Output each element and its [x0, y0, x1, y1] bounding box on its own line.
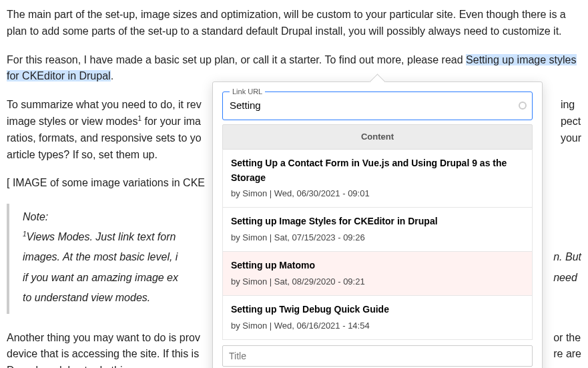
- result-title: Setting up Image Styles for CKEditor in …: [231, 214, 524, 229]
- note-right1: n. But: [553, 251, 581, 262]
- p3-right1: ing: [561, 99, 575, 110]
- p2-text-after: .: [111, 70, 113, 81]
- loading-spinner-icon: [519, 102, 527, 110]
- p4-frag-b: device that is accessing the site. If th…: [7, 348, 199, 359]
- p3-frag-b: image styles or view modes: [7, 116, 138, 127]
- autocomplete-result[interactable]: Setting up Twig Debug Quick Guide by Sim…: [222, 296, 533, 340]
- autocomplete-result[interactable]: Setting Up a Contact Form in Vue.js and …: [222, 150, 533, 208]
- note-line4: to understand view modes.: [23, 292, 150, 303]
- result-title: Setting Up a Contact Form in Vue.js and …: [231, 156, 524, 185]
- link-dialog: Link URL Content Setting Up a Contact Fo…: [212, 81, 543, 368]
- p3-frag-a: To summarize what you need to do, it rev: [7, 99, 202, 110]
- p3-frag-e: article types? If so, set them up.: [7, 149, 158, 160]
- p3-right3: your: [561, 132, 581, 144]
- p4-frag-a: Another thing you may want to do is prov: [7, 332, 200, 343]
- p3-frag-d: ratios, formats, and responsive sets to …: [7, 132, 202, 144]
- result-meta: by Simon | Sat, 08/29/2020 - 09:21: [231, 275, 524, 289]
- p4-right2: re are: [553, 348, 581, 359]
- paragraph-2: For this reason, I have made a basic set…: [7, 52, 581, 85]
- p3-right2: pect: [561, 116, 581, 127]
- note-line3: if you want an amazing image ex: [23, 272, 178, 283]
- autocomplete-result[interactable]: Setting up Matomo by Simon | Sat, 08/29/…: [222, 252, 533, 296]
- note-right2: need: [553, 272, 577, 283]
- p3-frag-c: for your ima: [141, 116, 201, 127]
- autocomplete-result[interactable]: Setting up Image Styles for CKEditor in …: [222, 208, 533, 252]
- result-meta: by Simon | Wed, 06/30/2021 - 09:01: [231, 187, 524, 200]
- result-meta: by Simon | Wed, 06/16/2021 - 14:54: [231, 319, 524, 333]
- result-meta: by Simon | Sat, 07/15/2023 - 09:26: [231, 231, 524, 244]
- paragraph-1: The main part of the set-up, image sizes…: [7, 7, 581, 40]
- note-line1: Views Modes. Just link text forn: [27, 231, 176, 242]
- results-section-header: Content: [222, 124, 533, 150]
- p2-text-before: For this reason, I have made a basic set…: [7, 54, 466, 65]
- link-url-label: Link URL: [230, 86, 265, 98]
- link-title-input[interactable]: [222, 345, 533, 367]
- p4-frag-c: Drupal modules to do this.: [7, 365, 131, 368]
- result-title: Setting up Matomo: [231, 258, 524, 273]
- p4-right1: or the: [553, 332, 581, 343]
- note-line2: images. At the most basic level, i: [23, 251, 178, 262]
- link-url-input[interactable]: [230, 100, 513, 111]
- link-url-field-wrap[interactable]: Link URL: [222, 91, 533, 120]
- result-title: Setting up Twig Debug Quick Guide: [231, 303, 524, 317]
